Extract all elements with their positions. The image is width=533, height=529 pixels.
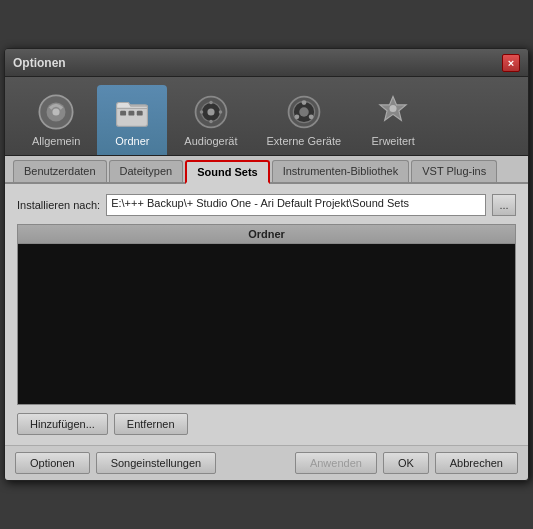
toolbar-item-erweitert[interactable]: Erweitert [358,85,428,155]
svg-rect-4 [129,111,135,116]
close-button[interactable]: × [502,54,520,72]
window-title: Optionen [13,56,66,70]
audiogeraet-icon [192,93,230,131]
folder-list-header: Ordner [18,225,515,244]
ok-button[interactable]: OK [383,452,429,474]
apply-button[interactable]: Anwenden [295,452,377,474]
action-row: Hinzufügen... Entfernen [17,413,516,435]
content-area: Benutzerdaten Dateitypen Sound Sets Inst… [5,156,528,445]
allgemein-icon [37,93,75,131]
svg-point-15 [299,107,309,117]
svg-point-11 [200,110,204,114]
svg-point-1 [53,108,60,115]
svg-point-19 [390,105,397,112]
add-button[interactable]: Hinzufügen... [17,413,108,435]
cancel-button[interactable]: Abbrechen [435,452,518,474]
song-settings-button[interactable]: Songeinstellungen [96,452,217,474]
folder-list[interactable] [18,244,515,404]
externe-icon [285,93,323,131]
title-bar: Optionen × [5,49,528,77]
tab-bar: Benutzerdaten Dateitypen Sound Sets Inst… [5,156,528,184]
toolbar-item-allgemein[interactable]: Allgemein [20,85,92,155]
toolbar-item-externe[interactable]: Externe Geräte [255,85,354,155]
install-label: Installieren nach: [17,199,100,211]
svg-point-12 [219,110,223,114]
soundsets-panel: Installieren nach: E:\+++ Backup\+ Studi… [5,184,528,445]
erweitert-icon [374,93,412,131]
install-row: Installieren nach: E:\+++ Backup\+ Studi… [17,194,516,216]
tab-soundsets[interactable]: Sound Sets [185,160,270,184]
install-path-display: E:\+++ Backup\+ Studio One - Ari Default… [106,194,486,216]
footer: Optionen Songeinstellungen Anwenden OK A… [5,445,528,480]
folder-list-container: Ordner [17,224,516,405]
options-button[interactable]: Optionen [15,452,90,474]
svg-point-10 [209,120,213,124]
svg-point-8 [207,108,214,115]
audiogeraet-label: Audiogerät [184,135,237,147]
tab-instrumente[interactable]: Instrumenten-Bibliothek [272,160,410,182]
svg-point-17 [309,114,314,119]
toolbar-item-audiogeraet[interactable]: Audiogerät [172,85,249,155]
options-window: Optionen × Allgemein [4,48,529,481]
svg-point-16 [301,100,306,105]
externe-label: Externe Geräte [267,135,342,147]
remove-button[interactable]: Entfernen [114,413,188,435]
ordner-label: Ordner [115,135,149,147]
toolbar: Allgemein Ordner [5,77,528,156]
svg-point-18 [294,114,299,119]
tab-benutzerdaten[interactable]: Benutzerdaten [13,160,107,182]
tab-dateitypen[interactable]: Dateitypen [109,160,184,182]
browse-button[interactable]: ... [492,194,516,216]
svg-rect-5 [137,111,143,116]
ordner-icon [113,93,151,131]
svg-rect-3 [120,111,126,116]
tab-vst[interactable]: VST Plug-ins [411,160,497,182]
erweitert-label: Erweitert [371,135,414,147]
toolbar-item-ordner[interactable]: Ordner [97,85,167,155]
allgemein-label: Allgemein [32,135,80,147]
svg-point-9 [209,101,213,105]
